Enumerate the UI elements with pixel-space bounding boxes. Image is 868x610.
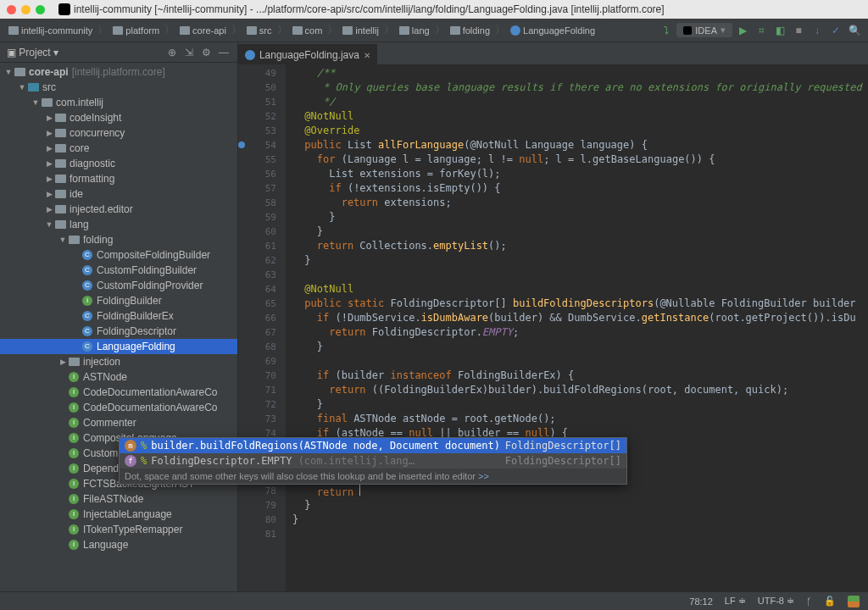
folder-icon: [342, 26, 353, 35]
folder-icon: [113, 26, 123, 35]
tree-node-class[interactable]: CLanguageFolding: [0, 339, 237, 354]
project-tool-window: ▣ Project ▾ ⊕ ⇲ ⚙ — ▼core-api[intellij.p…: [0, 42, 238, 591]
tree-node-package[interactable]: ▶core: [0, 141, 237, 156]
vcs-update-button[interactable]: ↓: [809, 22, 826, 39]
project-tree[interactable]: ▼core-api[intellij.platform.core] ▼src ▼…: [0, 63, 237, 591]
tree-node-package[interactable]: ▶injection: [0, 354, 237, 369]
tree-node-package[interactable]: ▶diagnostic: [0, 156, 237, 171]
stop-button[interactable]: ■: [790, 22, 807, 39]
editor-tabs: LanguageFolding.java ✕: [238, 42, 868, 64]
tree-node-class[interactable]: CFoldingDescriptor: [0, 324, 237, 339]
code-editor[interactable]: 4950515253545556575859606162636465666768…: [238, 64, 868, 591]
tree-node-class[interactable]: CFoldingBuilderEx: [0, 308, 237, 324]
caret-position[interactable]: 78:12: [689, 596, 713, 607]
tree-node-package[interactable]: ▼folding: [0, 232, 237, 247]
breadcrumb-item[interactable]: platform: [109, 24, 163, 37]
breadcrumb-item[interactable]: intellij-community: [5, 24, 96, 37]
vcs-commit-button[interactable]: ✓: [827, 22, 844, 39]
tree-node-class[interactable]: CCustomFoldingBuilder: [0, 263, 237, 278]
close-window-button[interactable]: [7, 5, 16, 14]
tree-node-class[interactable]: CCompositeFoldingBuilder: [0, 247, 237, 263]
editor-content[interactable]: /** * Only queries base language results…: [286, 64, 868, 591]
breadcrumb-item[interactable]: folding: [447, 24, 493, 37]
tree-node-src[interactable]: ▼src: [0, 80, 237, 95]
search-icon[interactable]: 🔍: [846, 22, 863, 39]
inspections-indicator[interactable]: [848, 596, 860, 607]
completion-item[interactable]: f% FoldingDescriptor.EMPTY (com.intellij…: [120, 453, 626, 469]
run-button[interactable]: ▶: [734, 22, 751, 39]
tree-node-package[interactable]: ▶codeInsight: [0, 110, 237, 125]
breadcrumb-item[interactable]: LanguageFolding: [507, 24, 598, 37]
folder-icon: [8, 26, 19, 35]
minimize-window-button[interactable]: [21, 5, 31, 14]
completion-item[interactable]: m% builder.buildFoldRegions(ASTNode node…: [120, 438, 626, 453]
folder-icon: [180, 26, 190, 35]
tree-node-package[interactable]: ▶injected.editor: [0, 202, 237, 217]
close-tab-icon[interactable]: ✕: [364, 51, 370, 60]
tree-node-class[interactable]: ICommenter: [0, 415, 237, 430]
editor-gutter[interactable]: 4950515253545556575859606162636465666768…: [238, 64, 286, 591]
tree-node-class[interactable]: IFoldingBuilder: [0, 293, 237, 308]
tree-node-class[interactable]: ILanguage: [0, 537, 237, 552]
scroll-from-source-icon[interactable]: ⊕: [168, 47, 180, 58]
editor-tab[interactable]: LanguageFolding.java ✕: [238, 44, 377, 64]
tree-node-module[interactable]: ▼core-api[intellij.platform.core]: [0, 64, 237, 80]
tree-node-class[interactable]: IASTNode: [0, 369, 237, 385]
editor-area: LanguageFolding.java ✕ 49505152535455565…: [238, 42, 868, 591]
tree-node-package[interactable]: ▼com.intellij: [0, 95, 237, 110]
project-panel-header: ▣ Project ▾ ⊕ ⇲ ⚙ —: [0, 42, 237, 63]
tree-node-package[interactable]: ▼lang: [0, 217, 237, 232]
breadcrumb-item[interactable]: src: [243, 24, 275, 37]
breadcrumb-item[interactable]: lang: [396, 24, 433, 37]
tree-node-package[interactable]: ▶ide: [0, 186, 237, 202]
gear-icon[interactable]: ⚙: [202, 47, 214, 58]
tree-node-class[interactable]: ICodeDocumentationAwareCo: [0, 385, 237, 400]
folder-icon: [247, 26, 257, 35]
hide-icon[interactable]: —: [219, 47, 231, 58]
collapse-all-icon[interactable]: ⇲: [185, 47, 197, 58]
line-separator[interactable]: LF ≑: [725, 596, 746, 607]
build-button[interactable]: ⤵: [658, 22, 675, 39]
read-only-lock-icon[interactable]: 🔓: [824, 596, 836, 607]
file-encoding[interactable]: UTF-8 ≑: [758, 596, 794, 607]
tree-node-package[interactable]: ▶concurrency: [0, 125, 237, 141]
completion-hint-link[interactable]: >>: [478, 471, 489, 481]
folder-icon: [292, 26, 303, 35]
tree-node-package[interactable]: ▶formatting: [0, 171, 237, 186]
app-icon: [58, 3, 70, 15]
completion-hint: Dot, space and some other keys will also…: [120, 469, 626, 484]
navigation-bar: intellij-community〉 platform〉 core-api〉 …: [0, 19, 868, 42]
window-title: intellij-community [~/intellij-community…: [58, 3, 665, 15]
code-completion-popup: m% builder.buildFoldRegions(ASTNode node…: [119, 437, 627, 485]
folder-icon: [399, 26, 409, 35]
field-icon: f: [125, 455, 136, 467]
breadcrumb-item[interactable]: com: [289, 24, 326, 37]
tree-node-class[interactable]: IInjectableLanguage: [0, 507, 237, 522]
run-config-selector[interactable]: IDEA▾: [676, 23, 732, 37]
debug-button[interactable]: ⌗: [753, 22, 770, 39]
class-icon: [510, 25, 520, 36]
tree-node-class[interactable]: ICodeDocumentationAwareCo: [0, 400, 237, 415]
class-icon: [245, 50, 255, 60]
folder-icon: [450, 26, 460, 35]
tree-node-class[interactable]: CCustomFoldingProvider: [0, 278, 237, 293]
status-bar: 78:12 LF ≑ UTF-8 ≑ ᚴ 🔓: [0, 591, 868, 610]
git-branch-icon[interactable]: ᚴ: [806, 596, 812, 607]
breadcrumb-item[interactable]: core-api: [176, 24, 230, 37]
project-view-selector[interactable]: ▣ Project ▾: [7, 47, 58, 58]
method-icon: m: [125, 440, 136, 452]
tree-node-class[interactable]: IITokenTypeRemapper: [0, 522, 237, 537]
window-titlebar: intellij-community [~/intellij-community…: [0, 0, 868, 19]
breadcrumb-item[interactable]: intellij: [339, 24, 382, 37]
maximize-window-button[interactable]: [36, 5, 45, 14]
coverage-button[interactable]: ◧: [771, 22, 788, 39]
tree-node-class[interactable]: IFileASTNode: [0, 491, 237, 507]
